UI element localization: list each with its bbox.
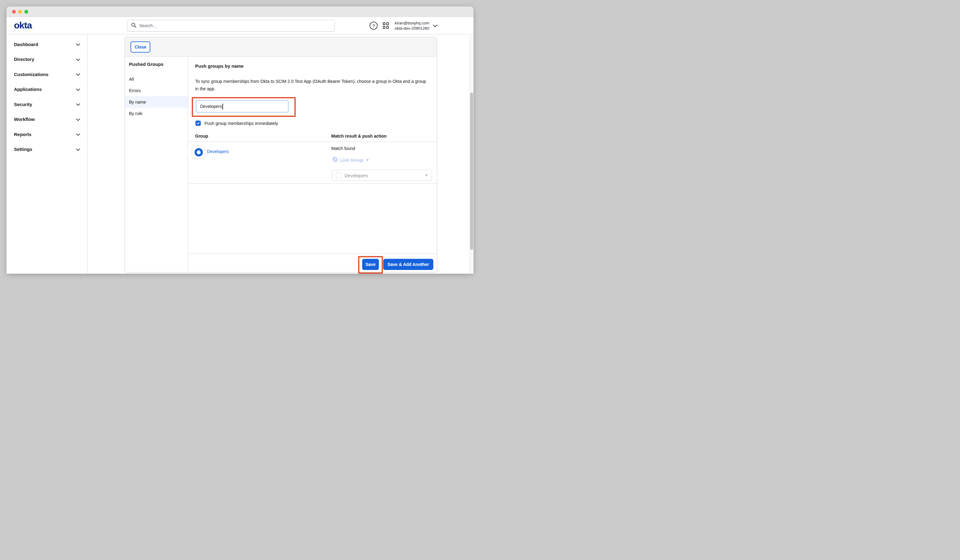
group-link[interactable]: Developers (207, 149, 229, 154)
browser-window: okta kiran@boxyhq.com okta-dev-20901260 (6, 6, 474, 274)
scrollbar-track[interactable] (469, 34, 474, 274)
traffic-light-close[interactable] (12, 10, 16, 14)
group-name-input-value: Developers (200, 104, 222, 109)
search-icon (131, 22, 136, 29)
scrollbar-thumb[interactable] (470, 93, 473, 250)
sidebar-item-customizations[interactable]: Customizations (6, 67, 87, 82)
match-result-text: Match found (331, 146, 355, 151)
dialog-header: Close (125, 37, 437, 57)
account-menu[interactable]: kiran@boxyhq.com okta-dev-20901260 (395, 21, 437, 31)
sidebar-item-directory[interactable]: Directory (6, 52, 87, 67)
account-chevron-icon (433, 23, 437, 29)
okta-logo[interactable]: okta (14, 20, 32, 30)
account-email: kiran@boxyhq.com (395, 21, 429, 26)
chevron-down-icon (76, 117, 80, 122)
chevron-down-icon (76, 86, 80, 92)
description-text: To sync group memberships from Okta to S… (195, 78, 427, 93)
sidebar-item-settings[interactable]: Settings (6, 142, 87, 157)
text-cursor (222, 104, 223, 109)
push-groups-dialog: Close Pushed Groups All Errors By name B… (125, 37, 437, 272)
dialog-content: Push groups by name To sync group member… (188, 57, 437, 272)
sidebar-item-label: Security (14, 102, 32, 107)
sidebar-item-applications[interactable]: Applications (6, 82, 87, 97)
pushed-groups-nav: Pushed Groups All Errors By name By rule (125, 57, 188, 272)
chevron-down-icon (76, 42, 80, 47)
check-icon (197, 122, 200, 125)
sidebar-item-label: Directory (14, 57, 34, 62)
group-name-input[interactable]: Developers (196, 100, 288, 112)
sidebar-item-label: Workflow (14, 117, 35, 122)
sidebar-item-security[interactable]: Security (6, 97, 87, 112)
link-group-label: Link Group (340, 158, 363, 163)
chevron-down-icon (76, 102, 80, 107)
sidebar-item-dashboard[interactable]: Dashboard (6, 37, 87, 52)
sidebar-item-label: Settings (14, 147, 32, 152)
nav-item-by-name[interactable]: By name (125, 96, 188, 107)
nav-item-by-rule[interactable]: By rule (125, 107, 188, 119)
save-button[interactable]: Save (362, 259, 379, 270)
save-and-add-another-button[interactable]: Save & Add Another (383, 259, 433, 270)
table-header: Group Match result & push action (188, 131, 437, 142)
chevron-down-icon (76, 57, 80, 62)
chevron-down-icon (76, 147, 80, 152)
push-immediately-checkbox[interactable] (195, 121, 201, 126)
pushed-groups-title: Pushed Groups (125, 62, 188, 69)
group-avatar (192, 146, 205, 159)
traffic-light-zoom[interactable] (24, 10, 28, 14)
table-row: Developers Match found Link Group (188, 142, 437, 184)
app-group-placeholder-icon (336, 173, 341, 178)
sidebar-nav: Dashboard Directory Customizations Appli… (6, 34, 88, 274)
chevron-down-icon (76, 132, 80, 137)
nav-item-errors[interactable]: Errors (125, 85, 188, 96)
column-header-group: Group (195, 134, 208, 139)
search-input[interactable] (139, 23, 331, 28)
sidebar-item-label: Applications (14, 86, 42, 92)
caret-down-icon (425, 174, 428, 176)
app-header: okta kiran@boxyhq.com okta-dev-20901260 (6, 17, 474, 34)
app-group-select[interactable]: Developers (332, 170, 432, 181)
close-button[interactable]: Close (131, 42, 150, 53)
window-titlebar (6, 6, 474, 17)
help-icon[interactable] (370, 22, 378, 30)
push-immediately-label: Push group memberships immediately (205, 121, 278, 126)
link-group-dropdown[interactable]: Link Group (333, 157, 369, 163)
sidebar-item-reports[interactable]: Reports (6, 127, 87, 142)
sidebar-item-label: Customizations (14, 72, 48, 77)
apps-grid-icon[interactable] (383, 22, 389, 29)
link-icon (333, 157, 338, 163)
sidebar-item-label: Dashboard (14, 42, 38, 47)
chevron-down-icon (76, 72, 80, 77)
account-org: okta-dev-20901260 (395, 26, 429, 31)
app-group-selected-value: Developers (344, 173, 422, 178)
traffic-light-minimize[interactable] (18, 10, 22, 14)
page-title: Push groups by name (195, 63, 244, 69)
sidebar-item-label: Reports (14, 132, 32, 137)
column-header-match-result: Match result & push action (331, 134, 387, 139)
sidebar-item-workflow[interactable]: Workflow (6, 112, 87, 127)
nav-item-all[interactable]: All (125, 73, 188, 85)
okta-group-icon (195, 148, 203, 157)
global-search[interactable] (127, 20, 335, 32)
caret-down-icon (366, 159, 369, 161)
